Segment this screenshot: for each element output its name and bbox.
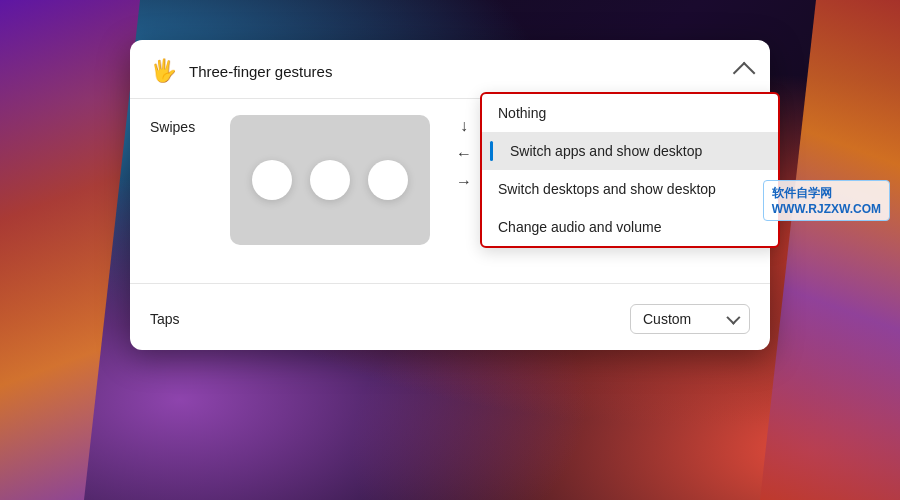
taps-dropdown-chevron-icon bbox=[726, 311, 740, 325]
section-divider bbox=[130, 283, 770, 284]
section-title: Three-finger gestures bbox=[189, 63, 734, 80]
gesture-visual bbox=[230, 115, 430, 245]
dropdown-item-switch-apps-show-desktop[interactable]: Switch apps and show desktop bbox=[482, 132, 778, 170]
finger-dot-3 bbox=[368, 160, 408, 200]
section-header: 🖐 Three-finger gestures Nothing Switch a… bbox=[130, 40, 770, 99]
dropdown-item-nothing-label: Nothing bbox=[498, 105, 546, 121]
dropdown-item-change-audio[interactable]: Change audio and volume bbox=[482, 208, 778, 246]
swipes-label: Swipes bbox=[150, 115, 230, 135]
arrow-left-icon: ← bbox=[454, 145, 474, 163]
finger-dot-1 bbox=[252, 160, 292, 200]
taps-dropdown-label: Custom bbox=[643, 311, 691, 327]
dropdown-item-switch-apps-label: Switch apps and show desktop bbox=[510, 143, 702, 159]
taps-label: Taps bbox=[150, 311, 630, 327]
arrow-right-icon: → bbox=[454, 173, 474, 191]
settings-panel: 🖐 Three-finger gestures Nothing Switch a… bbox=[130, 40, 770, 350]
dropdown-item-switch-desktops[interactable]: Switch desktops and show desktop bbox=[482, 170, 778, 208]
gesture-dropdown-popup: Nothing Switch apps and show desktop Swi… bbox=[480, 92, 780, 248]
watermark: 软件自学网 WWW.RJZXW.COM bbox=[763, 180, 890, 221]
collapse-icon[interactable] bbox=[733, 62, 756, 85]
watermark-line1: 软件自学网 bbox=[772, 186, 832, 200]
dropdown-item-nothing[interactable]: Nothing bbox=[482, 94, 778, 132]
hand-gesture-icon: 🖐 bbox=[150, 58, 177, 84]
taps-row: Taps Custom bbox=[130, 294, 770, 350]
finger-dot-2 bbox=[310, 160, 350, 200]
selected-indicator bbox=[490, 141, 493, 161]
dropdown-item-change-audio-label: Change audio and volume bbox=[498, 219, 661, 235]
dropdown-item-switch-desktops-label: Switch desktops and show desktop bbox=[498, 181, 716, 197]
watermark-line2: WWW.RJZXW.COM bbox=[772, 202, 881, 216]
taps-dropdown[interactable]: Custom bbox=[630, 304, 750, 334]
arrow-down-icon: ↓ bbox=[454, 117, 474, 135]
